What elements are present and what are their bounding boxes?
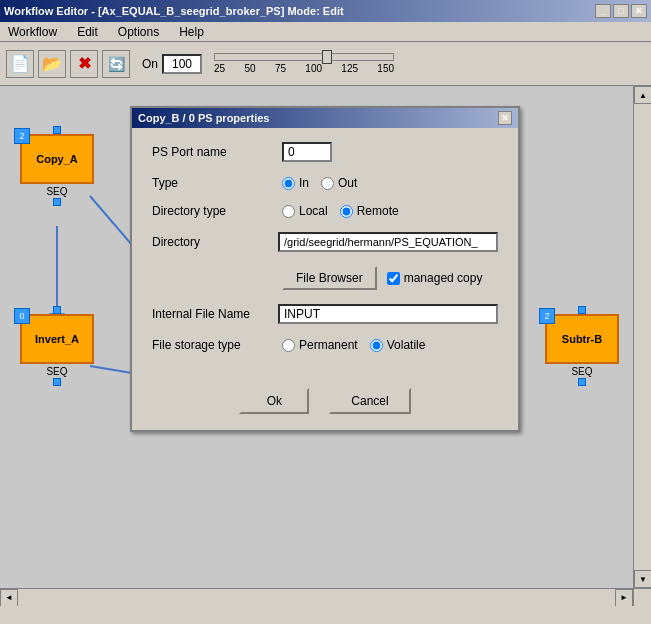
slider-mark-100: 100 [305,63,322,74]
scroll-up-button[interactable]: ▲ [634,86,651,104]
directory-row: Directory [152,232,498,252]
open-button[interactable]: 📂 [38,50,66,78]
menu-options[interactable]: Options [114,23,163,41]
window-title: Workflow Editor - [Ax_EQUAL_B_seegrid_br… [4,5,344,17]
managed-copy-checkbox[interactable] [387,272,400,285]
dialog-footer: Ok Cancel [132,380,518,430]
type-in-label[interactable]: In [282,176,309,190]
new-icon: 📄 [10,54,30,73]
file-browser-button[interactable]: File Browser [282,266,377,290]
menu-help[interactable]: Help [175,23,208,41]
type-out-label[interactable]: Out [321,176,357,190]
dir-type-control: Local Remote [282,204,498,218]
type-out-radio[interactable] [321,177,334,190]
file-browser-row: File Browser managed copy [282,266,498,290]
managed-copy-text: managed copy [404,271,483,285]
node-subtr-b-label: Subtr-B [562,333,602,345]
scrollbar-horizontal[interactable]: ◄ ► [0,588,633,606]
dir-remote-label[interactable]: Remote [340,204,399,218]
scroll-down-button[interactable]: ▼ [634,570,651,588]
on-label: On [142,57,158,71]
node-invert-a-seq: SEQ [46,366,67,377]
dir-type-label: Directory type [152,204,282,218]
menu-edit[interactable]: Edit [73,23,102,41]
node-copy-a-badge: 2 [14,128,30,144]
node-subtr-b-seq: SEQ [571,366,592,377]
new-button[interactable]: 📄 [6,50,34,78]
slider-mark-50: 50 [244,63,255,74]
dir-local-radio[interactable] [282,205,295,218]
refresh-button[interactable]: 🔄 [102,50,130,78]
scroll-track-h[interactable] [18,589,615,606]
dir-type-row: Directory type Local Remote [152,204,498,218]
directory-input[interactable] [278,232,498,252]
dialog-close-button[interactable]: ✕ [498,111,512,125]
menu-bar: Workflow Edit Options Help [0,22,651,42]
directory-label: Directory [152,235,278,249]
minimize-button[interactable]: _ [595,4,611,18]
node-copy-a-label: Copy_A [36,153,78,165]
toolbar: 📄 📂 ✖ 🔄 On 25 50 75 100 125 150 [0,42,651,86]
node-invert-a-box[interactable]: 0 Invert_A [20,314,94,364]
stop-button[interactable]: ✖ [70,50,98,78]
scroll-left-button[interactable]: ◄ [0,589,18,607]
node-subtr-b[interactable]: 2 Subtr-B SEQ [545,306,619,386]
node-copy-a-bottom-connector [53,198,61,206]
scrollbar-vertical[interactable]: ▲ ▼ [633,86,651,588]
node-copy-a[interactable]: 2 Copy_A SEQ [20,126,94,206]
open-icon: 📂 [42,54,62,73]
stop-icon: ✖ [78,54,91,73]
node-subtr-b-top-connector [578,306,586,314]
cancel-button[interactable]: Cancel [329,388,410,414]
node-copy-a-box[interactable]: 2 Copy_A [20,134,94,184]
internal-file-label: Internal File Name [152,307,278,321]
slider-labels: 25 50 75 100 125 150 [214,63,394,74]
slider-track[interactable] [214,53,394,61]
node-copy-a-top-connector [53,126,61,134]
storage-type-control: Permanent Volatile [282,338,498,352]
slider-value-input[interactable] [162,54,202,74]
ps-port-control [282,142,498,162]
close-button[interactable]: ✕ [631,4,647,18]
node-subtr-b-badge: 2 [539,308,555,324]
slider-mark-150: 150 [377,63,394,74]
type-label: Type [152,176,282,190]
ok-button[interactable]: Ok [239,388,309,414]
slider-container: 25 50 75 100 125 150 [214,53,394,74]
menu-workflow[interactable]: Workflow [4,23,61,41]
dialog-title-bar[interactable]: Copy_B / 0 PS properties ✕ [132,108,518,128]
node-invert-a-top-connector [53,306,61,314]
ps-port-input[interactable] [282,142,332,162]
slider-mark-125: 125 [341,63,358,74]
type-in-radio[interactable] [282,177,295,190]
slider-thumb[interactable] [322,50,332,64]
internal-file-input[interactable] [278,304,498,324]
node-invert-a[interactable]: 0 Invert_A SEQ [20,306,94,386]
type-control: In Out [282,176,498,190]
scroll-right-button[interactable]: ► [615,589,633,607]
directory-control [278,232,498,252]
dialog: Copy_B / 0 PS properties ✕ PS Port name … [130,106,520,432]
canvas: 2 Copy_A SEQ 0 Invert_A SEQ 2 Subtr-B SE… [0,86,633,588]
slider-mark-25: 25 [214,63,225,74]
managed-copy-label[interactable]: managed copy [387,271,483,285]
ps-port-label: PS Port name [152,145,282,159]
maximize-button[interactable]: □ [613,4,629,18]
node-subtr-b-box[interactable]: 2 Subtr-B [545,314,619,364]
storage-type-row: File storage type Permanent Volatile [152,338,498,352]
storage-type-label: File storage type [152,338,282,352]
storage-volatile-radio[interactable] [370,339,383,352]
slider-mark-75: 75 [275,63,286,74]
dialog-title-text: Copy_B / 0 PS properties [138,112,269,124]
scroll-track-v[interactable] [634,104,651,570]
main-area: 2 Copy_A SEQ 0 Invert_A SEQ 2 Subtr-B SE… [0,86,651,606]
dir-local-label[interactable]: Local [282,204,328,218]
storage-permanent-radio[interactable] [282,339,295,352]
type-row: Type In Out [152,176,498,190]
node-subtr-b-bottom-connector [578,378,586,386]
dialog-body: PS Port name Type In Out [132,128,518,380]
storage-permanent-label[interactable]: Permanent [282,338,358,352]
storage-volatile-label[interactable]: Volatile [370,338,426,352]
dir-remote-radio[interactable] [340,205,353,218]
internal-file-control [278,304,498,324]
